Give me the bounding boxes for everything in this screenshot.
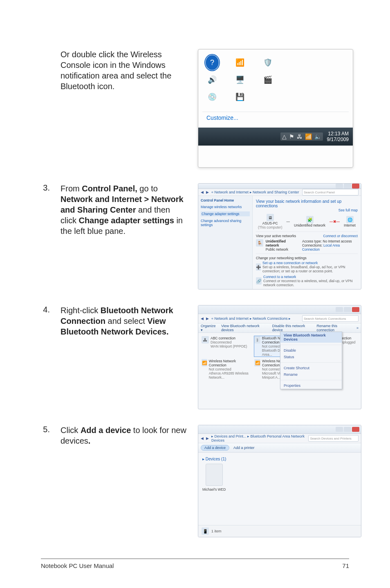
add-printer-button: Add a printer [233, 446, 255, 450]
search-input: Search Control Panel [302, 189, 359, 195]
speaker-icon: 🔊 [206, 73, 219, 86]
device-tile: Michael's WED [202, 464, 226, 491]
clock-date: 9/17/2009 [327, 137, 349, 142]
footer-page: 71 [342, 562, 349, 569]
step5-text: Click Add a device to look for new devic… [61, 425, 187, 446]
breadcrumb: « Network and Internet ▸ Network and Sha… [211, 190, 299, 194]
disc-icon: 💿 [206, 90, 219, 103]
breadcrumb: ▸ Devices and Print... ▸ Bluetooth Perso… [211, 434, 306, 442]
step5-number: 5. [41, 425, 50, 434]
step3-number: 3. [41, 183, 50, 193]
organize-menu: Organize ▾ [201, 324, 217, 332]
step4-text: Right-click Bluetooth Network Connection… [61, 305, 187, 337]
side-link-wireless: Manage wireless networks [201, 205, 250, 209]
network-sharing-center-screenshot: ◀ ▶ « Network and Internet ▸ Network and… [198, 183, 361, 290]
fwd-icon: ▶ [206, 436, 209, 440]
breadcrumb: « Network and Internet ▸ Network Connect… [211, 316, 291, 321]
phone-small-icon: 📱 [202, 527, 209, 535]
phone-icon [206, 464, 223, 486]
monitor-icon: 🖥️ [233, 73, 247, 86]
search-input: Search Devices and Printers [308, 435, 359, 442]
ctx-rename: Rename [280, 371, 342, 378]
net-icon: 🧩 [306, 216, 314, 223]
ctx-props: Properties [280, 382, 342, 389]
network-connections-screenshot: ◀ ▶ « Network and Internet ▸ Network Con… [198, 305, 361, 409]
more-chevron-icon: » [356, 326, 359, 330]
shield-icon: 🛡️ [261, 56, 274, 69]
clock-time: 12:13 AM [327, 131, 349, 137]
footer-title: Notebook PC User Manual [41, 562, 114, 569]
connect-disconnect-link: Connect or disconnect [323, 234, 358, 238]
side-link-sharing: Change advanced sharing settings [201, 219, 250, 227]
fwd-icon: ▶ [206, 190, 209, 194]
fwd-icon: ▶ [206, 316, 209, 321]
setup-icon: ➕ [256, 263, 261, 271]
card-icon: 💾 [233, 90, 247, 103]
add-device-button: Add a device [201, 445, 229, 451]
cp-home: Control Panel Home [201, 198, 250, 202]
tray-up-icon: △ [282, 133, 287, 140]
tray-vol-icon: 🔈 [314, 133, 321, 140]
back-icon: ◀ [201, 190, 204, 194]
context-menu: View Bluetooth Network Devices Disable S… [280, 332, 342, 389]
tray-signal-icon: 📶 [305, 133, 312, 140]
conn-wlan: 📶Wireless Network ConnectionNot connecte… [202, 359, 252, 379]
full-map-link: See full map [256, 208, 358, 212]
question-icon: ? [206, 56, 219, 69]
tray-net-icon: 🖧 [297, 133, 303, 140]
main-heading: View your basic network information and … [256, 199, 358, 208]
customize-link: Customize... [202, 112, 349, 123]
intro-text: Or double click the Wireless Console ico… [61, 49, 187, 92]
tray-popup-screenshot: ? 📶 🛡️ 🔊 🖥️ 🎬 💿 💾 Customize... △ ⚑ 🖧 [198, 49, 353, 168]
disable-device: Disable this network device [272, 324, 313, 332]
status-text: 1 item [211, 529, 222, 533]
view-bt-devices: View Bluetooth network devices [221, 324, 268, 332]
device-name: Michael's WED [202, 487, 226, 491]
devices-printers-screenshot: ◀ ▶ ▸ Devices and Print... ▸ Bluetooth P… [198, 425, 361, 537]
ctx-status: Status [280, 354, 342, 360]
ctx-view-bt: View Bluetooth Network Devices [280, 332, 342, 343]
bench-icon: 🪑 [256, 239, 263, 247]
back-icon: ◀ [201, 316, 204, 321]
connect-icon: 🔗 [256, 277, 262, 285]
step4-number: 4. [41, 305, 50, 314]
ctx-disable: Disable [280, 347, 342, 354]
tray-flag-icon: ⚑ [289, 133, 294, 140]
side-link-adapter: Change adapter settings [201, 211, 250, 216]
device-icon: 📶 [233, 56, 247, 69]
back-icon: ◀ [201, 436, 204, 440]
step3-text: From Control Panel, go to Network and In… [61, 183, 187, 236]
globe-icon: 🌐 [346, 216, 354, 223]
ctx-shortcut: Create Shortcut [280, 365, 342, 371]
conn-abc: 🖧ABC connectionDisconnectedWAN Miniport … [202, 336, 252, 357]
video-icon: 🎬 [261, 73, 274, 86]
devices-category: ▸ Devices (1) [202, 457, 357, 461]
rename-conn: Rename this connection [317, 324, 352, 332]
pc-icon: 🖥 [267, 214, 274, 221]
search-input: Search Network Connections [302, 315, 359, 322]
